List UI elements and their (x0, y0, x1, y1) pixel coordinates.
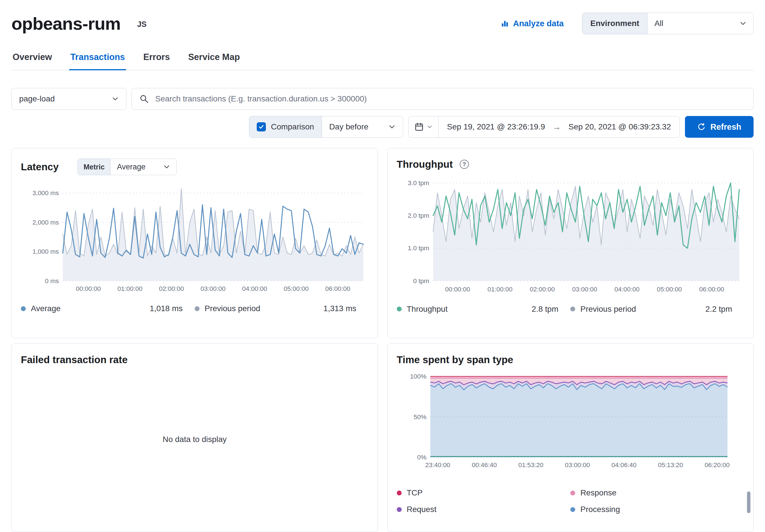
transaction-type-select[interactable]: page-load (11, 88, 126, 110)
legend-label: Throughput (407, 305, 448, 314)
svg-text:01:00:00: 01:00:00 (487, 286, 512, 293)
svg-text:04:00:00: 04:00:00 (242, 285, 267, 292)
calendar-menu-button[interactable] (408, 116, 438, 137)
legend-value: 1,313 ms (323, 304, 356, 313)
transaction-search (132, 88, 754, 110)
svg-text:02:00:00: 02:00:00 (159, 285, 184, 292)
throughput-panel: Throughput ? 0 tpm1.0 tpm2.0 tpm3.0 tpm0… (387, 148, 754, 338)
svg-text:00:00:00: 00:00:00 (76, 285, 101, 292)
svg-text:00:46:40: 00:46:40 (472, 461, 497, 468)
time-controls-row: Comparison Day before Sep 19, 2021 @ 23:… (11, 116, 754, 138)
legend-dot (570, 307, 575, 311)
check-icon (258, 124, 265, 130)
latency-legend: Average 1,018 ms Previous period 1,313 m… (21, 304, 369, 313)
time-spent-legend: TCP Response Request Processing (397, 488, 744, 514)
transaction-type-value: page-load (19, 94, 55, 104)
legend-item-tcp: TCP (397, 488, 571, 497)
chevron-down-icon (427, 124, 432, 130)
time-spent-chart[interactable]: 0%50%100%23:40:0000:46:4001:53:2003:00:0… (397, 372, 744, 469)
throughput-chart[interactable]: 0 tpm1.0 tpm2.0 tpm3.0 tpm00:00:0001:00:… (397, 176, 744, 294)
svg-text:100%: 100% (410, 373, 426, 380)
refresh-label: Refresh (710, 122, 741, 132)
tab-errors[interactable]: Errors (142, 49, 171, 70)
failed-title: Failed transaction rate (21, 354, 128, 366)
legend-item-previous-period: Previous period 2.2 tpm (570, 305, 744, 314)
latency-chart[interactable]: 0 ms1,000 ms2,000 ms3,000 ms00:00:0001:0… (21, 181, 369, 293)
environment-select[interactable]: All (647, 13, 753, 34)
failed-transaction-rate-panel: Failed transaction rate No data to displ… (11, 344, 378, 532)
legend-dot (21, 306, 26, 311)
help-icon[interactable]: ? (460, 160, 469, 169)
legend-label: Request (407, 505, 436, 514)
legend-dot (195, 306, 200, 311)
svg-text:05:13:20: 05:13:20 (658, 461, 683, 468)
legend-dot (397, 491, 401, 495)
svg-text:3.0 tpm: 3.0 tpm (408, 179, 429, 186)
legend-item-previous-period: Previous period 1,313 ms (195, 304, 369, 313)
latency-metric-control: Metric Average (78, 158, 177, 175)
tab-overview[interactable]: Overview (11, 49, 53, 70)
chevron-down-icon (740, 20, 746, 27)
legend-item-processing: Processing (570, 505, 744, 514)
search-input[interactable] (155, 94, 746, 104)
agent-badge: JS (137, 20, 147, 29)
svg-text:03:00:00: 03:00:00 (572, 286, 597, 293)
calendar-icon (414, 122, 424, 132)
time-spent-panel: Time spent by span type 0%50%100%23:40:0… (387, 344, 754, 532)
svg-text:06:00:00: 06:00:00 (699, 286, 724, 293)
legend-dot (397, 307, 401, 311)
svg-text:2.0 tpm: 2.0 tpm (408, 212, 429, 219)
refresh-icon (697, 123, 706, 131)
svg-text:00:00:00: 00:00:00 (445, 286, 470, 293)
svg-text:03:00:00: 03:00:00 (565, 461, 590, 468)
svg-text:01:53:20: 01:53:20 (518, 461, 543, 468)
svg-text:06:00:00: 06:00:00 (325, 285, 351, 292)
svg-text:1,000 ms: 1,000 ms (33, 248, 59, 255)
chevron-down-icon (112, 96, 119, 102)
service-title-wrap: opbeans-rum JS (11, 13, 147, 34)
date-range-text: Sep 19, 2021 @ 23:26:19.9 → Sep 20, 2021… (438, 116, 679, 137)
date-start[interactable]: Sep 19, 2021 @ 23:26:19.9 (447, 122, 545, 132)
legend-label: Processing (580, 505, 620, 514)
time-spent-title: Time spent by span type (397, 354, 513, 366)
svg-text:0 tpm: 0 tpm (413, 277, 429, 285)
legend-dot (397, 507, 401, 512)
legend-item-average: Average 1,018 ms (21, 304, 195, 313)
svg-text:50%: 50% (413, 413, 426, 420)
legend-dot (570, 507, 575, 512)
comparison-period-select[interactable]: Day before (322, 116, 403, 137)
svg-text:03:00:00: 03:00:00 (201, 285, 226, 292)
analyze-data-label: Analyze data (513, 19, 564, 28)
legend-value: 2.8 tpm (532, 305, 558, 314)
scrollbar-thumb[interactable] (747, 491, 750, 513)
chevron-down-icon (163, 163, 170, 170)
search-icon (139, 94, 149, 104)
tab-transactions[interactable]: Transactions (69, 49, 126, 70)
metric-value: Average (117, 162, 146, 171)
tab-service-map[interactable]: Service Map (187, 49, 241, 70)
analyze-data-link[interactable]: Analyze data (500, 19, 564, 28)
failed-header: Failed transaction rate (21, 354, 369, 366)
environment-control: Environment All (582, 13, 754, 34)
svg-text:3,000 ms: 3,000 ms (33, 189, 59, 196)
date-end[interactable]: Sep 20, 2021 @ 06:39:23.32 (569, 122, 671, 132)
legend-label: Previous period (205, 304, 261, 313)
throughput-header: Throughput ? (397, 158, 744, 170)
svg-text:1.0 tpm: 1.0 tpm (408, 245, 429, 252)
environment-value: All (654, 19, 663, 28)
metric-label: Metric (78, 159, 111, 175)
time-spent-header: Time spent by span type (397, 354, 744, 366)
service-tabs: Overview Transactions Errors Service Map (11, 49, 754, 70)
svg-text:0 ms: 0 ms (45, 277, 59, 285)
legend-label: Previous period (580, 305, 636, 314)
refresh-button[interactable]: Refresh (685, 116, 754, 138)
comparison-checkbox[interactable] (257, 122, 266, 132)
svg-text:04:00:00: 04:00:00 (614, 286, 639, 293)
svg-text:0%: 0% (417, 454, 426, 461)
svg-text:23:40:00: 23:40:00 (425, 461, 450, 468)
metric-select[interactable]: Average (111, 159, 176, 175)
svg-text:05:00:00: 05:00:00 (657, 286, 682, 293)
legend-value: 1,018 ms (150, 304, 183, 313)
legend-label: TCP (407, 488, 423, 497)
latency-panel: Latency Metric Average 0 ms1,000 ms2,000… (11, 148, 378, 338)
